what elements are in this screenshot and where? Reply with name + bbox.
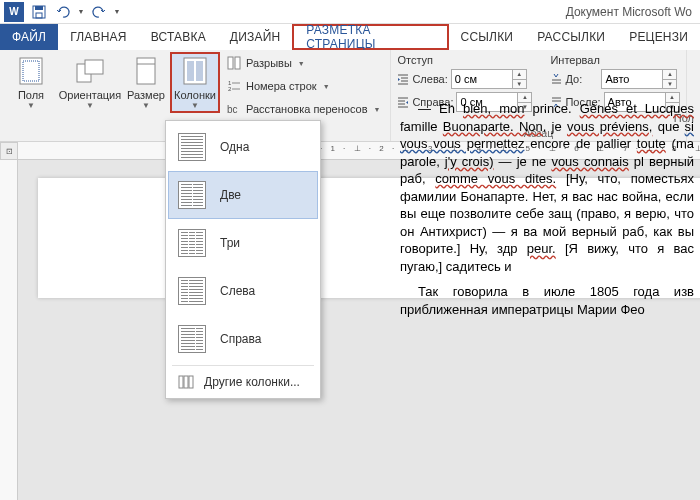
tab-insert[interactable]: ВСТАВКА: [139, 24, 218, 50]
spacing-before-label: До:: [550, 73, 598, 85]
hyphenation-icon: bc: [226, 101, 242, 117]
dropdown-separator: [172, 365, 314, 366]
chevron-down-icon: ▼: [373, 106, 380, 113]
spacing-before-icon: [550, 73, 562, 85]
paragraph-2[interactable]: Так говорила в июле 1805 года изв прибли…: [400, 283, 694, 318]
qat-customize[interactable]: ▼: [112, 1, 122, 23]
orientation-label: Ориентация: [59, 89, 121, 101]
indent-left-label: Слева:: [397, 73, 447, 85]
chevron-down-icon: ▼: [27, 101, 35, 110]
svg-rect-13: [235, 57, 240, 69]
two-column-icon: [178, 181, 206, 209]
columns-more-label: Другие колонки...: [204, 375, 300, 389]
save-button[interactable]: [28, 1, 50, 23]
breaks-button[interactable]: Разрывы ▼: [222, 52, 384, 74]
paragraph-1[interactable]: — Eh bien, mon prince. Gênes et Lucques …: [400, 100, 694, 275]
svg-rect-32: [184, 376, 188, 388]
line-numbers-label: Номера строк: [246, 80, 317, 92]
columns-two-label: Две: [220, 188, 241, 202]
columns-option-one[interactable]: Одна: [168, 123, 318, 171]
undo-button[interactable]: [52, 1, 74, 23]
columns-left-label: Слева: [220, 284, 255, 298]
quick-access-toolbar: ▼ ▼: [28, 1, 122, 23]
svg-rect-12: [228, 57, 233, 69]
columns-icon: [179, 55, 211, 87]
line-numbers-icon: 12: [226, 78, 242, 94]
columns-option-right[interactable]: Справа: [168, 315, 318, 363]
more-columns-icon: [178, 374, 194, 390]
indent-left-input[interactable]: [451, 69, 513, 89]
svg-rect-11: [196, 61, 203, 81]
line-numbers-button[interactable]: 12 Номера строк ▼: [222, 75, 384, 97]
orientation-icon: [74, 55, 106, 87]
title-bar: W ▼ ▼ Документ Microsoft Wo: [0, 0, 700, 24]
undo-icon: [56, 5, 70, 19]
ribbon-tabs: ФАЙЛ ГЛАВНАЯ ВСТАВКА ДИЗАЙН РАЗМЕТКА СТР…: [0, 24, 700, 50]
vertical-ruler[interactable]: [0, 160, 18, 500]
one-column-icon: [178, 133, 206, 161]
chevron-down-icon: ▼: [86, 101, 94, 110]
columns-right-label: Справа: [220, 332, 261, 346]
ruler-corner[interactable]: ⊡: [0, 142, 18, 160]
spacing-before-input[interactable]: [601, 69, 663, 89]
margins-label: Поля: [18, 89, 44, 101]
tab-mailings[interactable]: РАССЫЛКИ: [525, 24, 617, 50]
save-icon: [32, 5, 46, 19]
columns-button[interactable]: Колонки ▼: [170, 52, 220, 113]
tab-design[interactable]: ДИЗАЙН: [218, 24, 293, 50]
chevron-down-icon: ▼: [298, 60, 305, 67]
tab-file[interactable]: ФАЙЛ: [0, 24, 58, 50]
svg-rect-6: [85, 60, 103, 74]
tab-references[interactable]: ССЫЛКИ: [449, 24, 526, 50]
breaks-label: Разрывы: [246, 57, 292, 69]
redo-icon: [92, 5, 106, 19]
size-label: Размер: [127, 89, 165, 101]
columns-more-option[interactable]: Другие колонки...: [168, 368, 318, 396]
spacing-heading: Интервал: [550, 54, 679, 66]
columns-dropdown: Одна Две Три Слева Справа Другие колонки…: [165, 120, 321, 399]
left-column-icon: [178, 277, 206, 305]
hyphenation-button[interactable]: bc Расстановка переносов ▼: [222, 98, 384, 120]
size-button[interactable]: Размер ▼: [124, 52, 168, 113]
tab-page-layout[interactable]: РАЗМЕТКА СТРАНИЦЫ: [292, 24, 448, 50]
orientation-button[interactable]: Ориентация ▼: [58, 52, 122, 113]
right-column-icon: [178, 325, 206, 353]
size-icon: [130, 55, 162, 87]
word-app-icon: W: [4, 2, 24, 22]
indent-left-spinner[interactable]: ▲▼: [513, 69, 527, 89]
svg-rect-1: [35, 6, 43, 10]
chevron-down-icon: ▼: [191, 101, 199, 110]
columns-option-two[interactable]: Две: [168, 171, 318, 219]
columns-option-three[interactable]: Три: [168, 219, 318, 267]
three-column-icon: [178, 229, 206, 257]
undo-dropdown[interactable]: ▼: [76, 1, 86, 23]
columns-one-label: Одна: [220, 140, 249, 154]
columns-option-left[interactable]: Слева: [168, 267, 318, 315]
chevron-down-icon: ▼: [142, 101, 150, 110]
svg-rect-31: [179, 376, 183, 388]
margins-button[interactable]: Поля ▼: [6, 52, 56, 113]
spacing-before-spinner[interactable]: ▲▼: [663, 69, 677, 89]
document-text[interactable]: — Eh bien, mon prince. Gênes et Lucques …: [400, 100, 694, 327]
indent-left-icon: [397, 73, 409, 85]
svg-rect-7: [137, 58, 155, 84]
breaks-icon: [226, 55, 242, 71]
svg-rect-33: [189, 376, 193, 388]
chevron-down-icon: ▼: [323, 83, 330, 90]
columns-three-label: Три: [220, 236, 240, 250]
indent-heading: Отступ: [397, 54, 532, 66]
columns-label: Колонки: [174, 89, 216, 101]
tab-review[interactable]: РЕЦЕНЗИ: [617, 24, 700, 50]
margins-icon: [15, 55, 47, 87]
svg-text:bc: bc: [227, 104, 238, 115]
hyphenation-label: Расстановка переносов: [246, 103, 367, 115]
svg-rect-2: [36, 13, 42, 18]
svg-text:2: 2: [228, 86, 232, 92]
redo-button[interactable]: [88, 1, 110, 23]
svg-rect-10: [187, 61, 194, 81]
tab-home[interactable]: ГЛАВНАЯ: [58, 24, 138, 50]
document-title: Документ Microsoft Wo: [566, 5, 692, 19]
